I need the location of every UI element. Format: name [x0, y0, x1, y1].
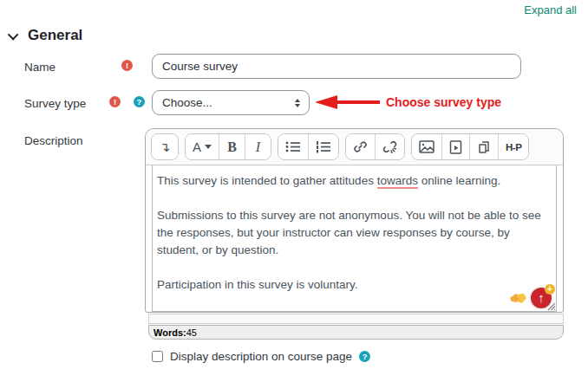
words-label: Words: [154, 327, 186, 338]
description-paragraph: Participation in this survey is voluntar… [157, 276, 547, 294]
handshake-icon [509, 292, 527, 305]
link-button[interactable] [346, 134, 375, 159]
toolbar-group: H-P [411, 133, 529, 160]
toolbar-group: A B I [185, 133, 271, 160]
unordered-list-icon [285, 140, 301, 153]
expand-all-link[interactable]: Expand all [524, 3, 577, 16]
survey-type-selected-value: Choose... [162, 96, 295, 109]
annotation-text: Choose survey type [386, 95, 501, 109]
display-description-checkbox[interactable] [152, 351, 163, 362]
word-count: 45 [186, 327, 197, 338]
insert-media-button[interactable] [441, 134, 469, 159]
bold-button[interactable]: B [219, 134, 245, 159]
ordered-list-button[interactable] [308, 134, 338, 159]
manage-files-button[interactable] [469, 134, 498, 159]
section-header-general[interactable]: General [10, 27, 82, 44]
section-title: General [28, 27, 82, 44]
toolbar-group [278, 133, 339, 160]
toolbar-group [345, 133, 405, 160]
description-label: Description [24, 134, 83, 147]
editor-toolbar: ↴ A B I [146, 129, 563, 165]
required-icon: ! [109, 96, 121, 107]
required-icon: ! [121, 60, 133, 71]
toolbar-group: ↴ [151, 133, 179, 160]
description-paragraph: This survey is intended to gather attitu… [157, 172, 547, 190]
italic-button[interactable]: I [245, 134, 271, 159]
h5p-button[interactable]: H-P [498, 134, 528, 159]
spellcheck-underline: towards [377, 174, 418, 189]
moodle-survey-form: Expand all General Name ! Survey type ! … [0, 0, 588, 369]
name-label: Name [24, 61, 56, 74]
paragraph-style-button[interactable]: A [186, 134, 219, 159]
description-editor: ↴ A B I [145, 128, 564, 313]
display-description-label: Display description on course page [170, 350, 352, 363]
survey-type-label: Survey type [24, 97, 86, 110]
unlink-icon [382, 139, 397, 154]
insert-image-button[interactable] [412, 134, 441, 159]
unlink-button[interactable] [375, 134, 404, 159]
description-paragraph: Submissions to this survey are not anony… [157, 207, 547, 259]
word-count-bar: Words:45 [148, 325, 564, 340]
resize-handle-icon[interactable] [546, 301, 556, 311]
editor-corner-widgets: ↑ + [509, 288, 552, 308]
editor-status-gutter [148, 314, 564, 324]
help-icon[interactable]: ? [359, 351, 370, 362]
survey-type-select[interactable]: Choose... [152, 90, 310, 115]
image-icon [419, 140, 434, 153]
unordered-list-button[interactable] [278, 134, 308, 159]
files-icon [477, 140, 491, 154]
name-input[interactable] [152, 54, 521, 79]
collapse-toolbar-button[interactable]: ↴ [152, 134, 178, 159]
display-description-row: Display description on course page ? [152, 350, 370, 363]
plus-badge-icon: + [545, 284, 555, 295]
chevron-down-icon [8, 29, 19, 40]
caret-down-icon [205, 145, 212, 149]
help-icon[interactable]: ? [134, 96, 145, 107]
media-icon [449, 140, 462, 154]
annotation-arrow-icon [314, 94, 382, 111]
ordered-list-icon [316, 140, 331, 153]
link-icon [353, 139, 368, 154]
select-updown-icon [295, 99, 300, 107]
description-editable-area[interactable]: This survey is intended to gather attitu… [152, 165, 557, 312]
